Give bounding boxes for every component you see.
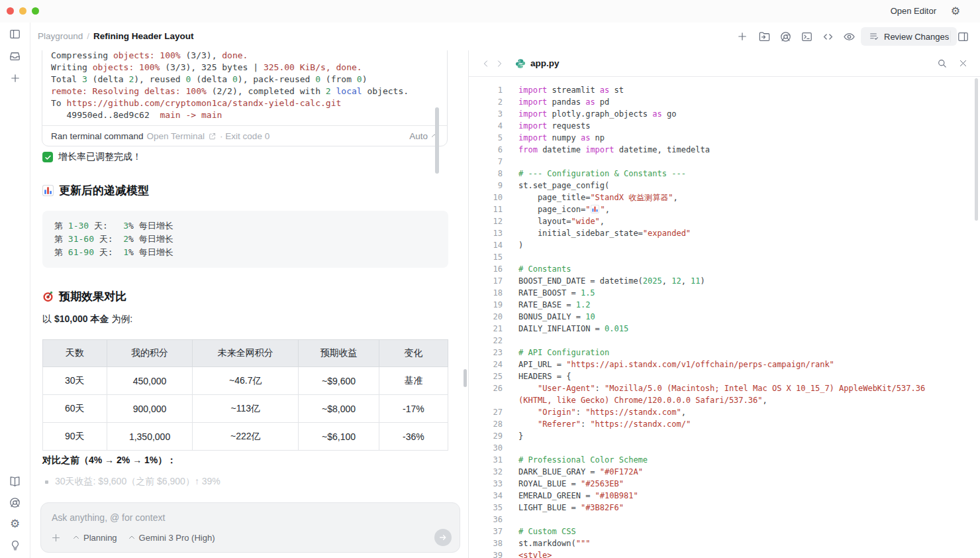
browser-icon: [779, 30, 792, 43]
code-text: ): [518, 239, 523, 251]
review-changes-label: Review Changes: [884, 32, 949, 42]
toggle-right-panel-button[interactable]: [955, 28, 971, 44]
table-header-cell: 天数: [43, 340, 107, 367]
browser-button[interactable]: [8, 496, 22, 510]
panel-right-icon: [957, 30, 969, 43]
breadcrumb-separator: /: [87, 31, 89, 41]
code-line: 28 "Referer": "https://standx.com/": [469, 418, 980, 430]
code-text: DARK_BLUE_GRAY = "#0F172A": [518, 466, 643, 478]
code-text: # Custom CSS: [518, 526, 576, 537]
tips-button[interactable]: [8, 538, 22, 552]
table-cell: 基准: [379, 367, 448, 395]
table-cell: 60天: [43, 395, 107, 423]
line-number: 32: [469, 466, 503, 478]
zoom-window-button[interactable]: [32, 7, 39, 15]
new-chat-button[interactable]: [734, 28, 750, 44]
chat-scrollbar[interactable]: [464, 369, 467, 387]
model-block-line: 第 61-90 天: 1% 每日增长: [54, 246, 436, 259]
open-editor-button[interactable]: Open Editor: [891, 0, 936, 23]
line-number: 7: [469, 156, 503, 168]
code-line: 1import streamlit as st: [469, 84, 980, 96]
code-text: "Referer": "https://standx.com/": [518, 418, 691, 430]
move-to-folder-button[interactable]: [756, 28, 772, 44]
line-number: 14: [469, 239, 503, 251]
line-number: [469, 394, 503, 406]
line-number: 22: [469, 335, 503, 347]
external-link-icon[interactable]: [208, 132, 217, 140]
review-changes-button[interactable]: Review Changes: [861, 27, 957, 46]
code-editor[interactable]: 1import streamlit as st2import pandas as…: [469, 76, 980, 558]
code-line: 22: [469, 335, 980, 347]
code-line: 12 layout="wide",: [469, 215, 980, 227]
terminal-button[interactable]: [799, 28, 814, 44]
settings-button[interactable]: ⚙: [8, 517, 22, 531]
toggle-sidebar-button[interactable]: [8, 27, 22, 41]
code-line: 6from datetime import datetime, timedelt…: [469, 144, 980, 156]
line-number: 27: [469, 406, 503, 418]
code-line: 19RATE_BASE = 1.2: [469, 299, 980, 311]
preview-button[interactable]: [841, 28, 857, 44]
page-title: Refining Header Layout: [93, 31, 194, 41]
table-cell: ~222亿: [193, 423, 299, 451]
code-text: initial_sidebar_state="expanded": [518, 227, 691, 239]
chat-input[interactable]: Ask anything, @ for context Planning Gem…: [40, 502, 460, 553]
bar-chart-emoji: [42, 185, 54, 196]
code-line: 33ROYAL_BLUE = "#2563EB": [469, 478, 980, 490]
settings-gear-icon[interactable]: ⚙: [951, 5, 960, 18]
editor-search-button[interactable]: [935, 57, 948, 70]
code-line: 17BOOST_END_DATE = datetime(2025, 12, 11…: [469, 275, 980, 287]
browser-preview-button[interactable]: [777, 28, 793, 44]
close-window-button[interactable]: [7, 7, 14, 15]
file-tab[interactable]: app.py: [515, 58, 560, 69]
terminal-scrollbar[interactable]: [435, 107, 439, 174]
minimize-window-button[interactable]: [19, 7, 26, 15]
code-text: import requests: [518, 120, 590, 132]
code-line: (KHTML, like Gecko) Chrome/120.0.0.0 Saf…: [469, 394, 980, 406]
nav-back-button[interactable]: [479, 57, 493, 70]
attach-plus-icon[interactable]: [50, 532, 62, 543]
docs-button[interactable]: [8, 474, 22, 488]
line-number: 31: [469, 454, 503, 466]
auto-collapse-toggle[interactable]: Auto: [409, 131, 438, 141]
code-text: "Origin": "https://standx.com",: [518, 406, 686, 418]
line-number: 39: [469, 549, 503, 558]
send-button[interactable]: [434, 529, 452, 546]
code-text: RATE_BASE = 1.2: [518, 299, 590, 311]
planning-mode-selector[interactable]: Planning: [72, 533, 117, 543]
editor-scrollbar[interactable]: [975, 78, 978, 221]
breadcrumb-root[interactable]: Playground: [38, 31, 83, 41]
code-text: import numpy as np: [518, 132, 605, 144]
code-line: 34EMERALD_GREEN = "#10B981": [469, 490, 980, 502]
code-line: 26 "User-Agent": "Mozilla/5.0 (Macintosh…: [469, 382, 980, 394]
code-line: 14): [469, 239, 980, 251]
editor-close-button[interactable]: [956, 57, 969, 70]
titlebar: Open Editor ⚙: [0, 0, 980, 23]
table-header-cell: 我的积分: [107, 340, 193, 367]
table-cell: ~46.7亿: [193, 367, 299, 395]
chevron-left-icon: [481, 59, 491, 68]
table-row: 60天900,000~113亿~$8,000-17%: [43, 395, 448, 423]
code-line: 21DAILY_INFLATION = 0.015: [469, 323, 980, 335]
principal-amount: $10,000 本金: [54, 313, 109, 324]
table-cell: 450,000: [107, 367, 193, 395]
open-terminal-link[interactable]: Open Terminal: [147, 131, 205, 141]
code-text: }: [518, 430, 523, 442]
code-text: API_URL = "https://api.standx.com/v1/off…: [518, 359, 834, 370]
line-number: 16: [469, 263, 503, 275]
code-view-button[interactable]: [820, 28, 836, 44]
inbox-button[interactable]: [8, 49, 22, 63]
terminal-line: remote: Resolving deltas: 100% (2/2), co…: [51, 85, 438, 97]
new-item-button[interactable]: [8, 71, 22, 85]
table-header-row: 天数我的积分未来全网积分预期收益变化: [43, 340, 448, 367]
chat-panel: Compressing objects: 100% (3/3), done.Wr…: [30, 50, 468, 558]
filename-label: app.py: [530, 58, 560, 68]
code-text: LIGHT_BLUE = "#3B82F6": [518, 502, 624, 514]
plus-icon: [9, 72, 21, 84]
table-cell: -17%: [379, 395, 448, 423]
table-cell: ~$8,000: [299, 395, 379, 423]
model-selector[interactable]: Gemini 3 Pro (High): [128, 533, 215, 543]
nav-forward-button[interactable]: [493, 57, 506, 70]
example-line: 以 $10,000 本金 为例:: [42, 313, 132, 325]
code-line: 25HEADERS = {: [469, 370, 980, 382]
terminal-line: Writing objects: 100% (3/3), 325 bytes |…: [51, 62, 438, 74]
